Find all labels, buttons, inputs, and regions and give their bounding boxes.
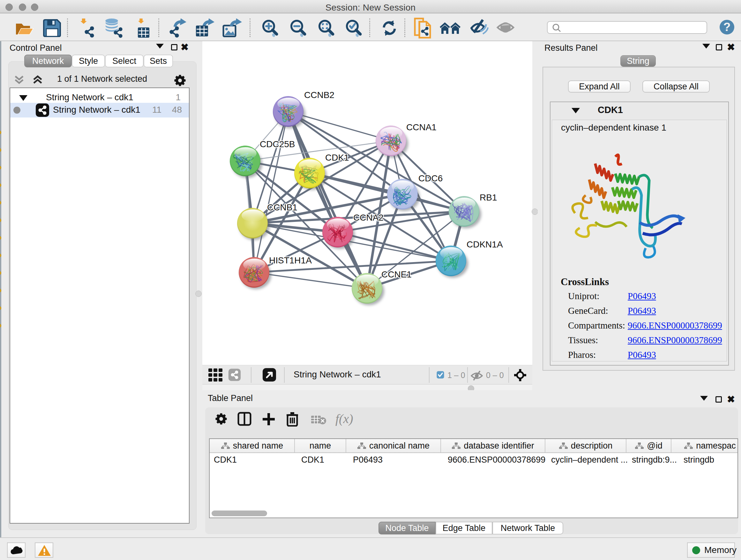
svg-text:?: ?: [724, 20, 731, 34]
svg-text:CDK1: CDK1: [325, 152, 349, 163]
svg-text:CDC6: CDC6: [418, 173, 443, 183]
svg-text:CCNB1: CCNB1: [267, 202, 297, 212]
svg-text:CDC25B: CDC25B: [260, 139, 295, 149]
svg-text:CCNB2: CCNB2: [304, 90, 334, 100]
svg-text:CCNA2: CCNA2: [353, 212, 384, 223]
svg-text:HIST1H1A: HIST1H1A: [269, 255, 312, 265]
svg-text:CCNE1: CCNE1: [381, 269, 412, 279]
svg-text:CCNA1: CCNA1: [406, 122, 436, 132]
svg-text:RB1: RB1: [480, 192, 497, 202]
svg-text:CDKN1A: CDKN1A: [467, 240, 503, 249]
